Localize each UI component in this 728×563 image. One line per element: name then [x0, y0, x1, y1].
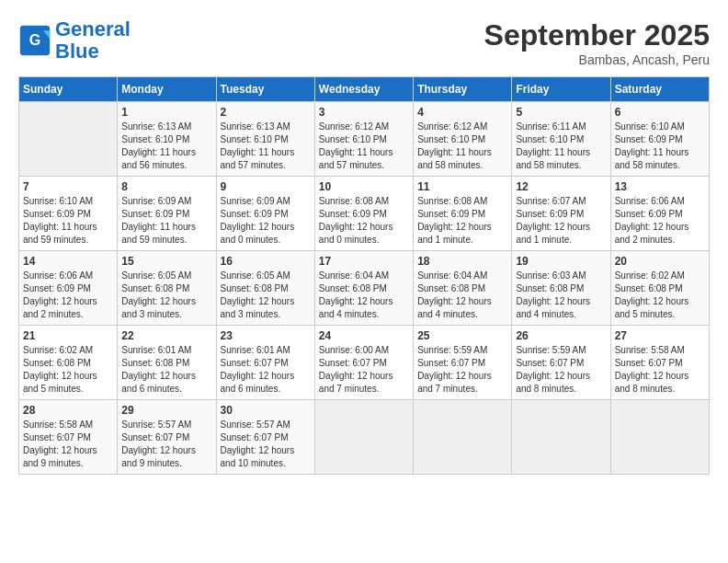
svg-text:G: G: [29, 32, 41, 49]
day-info: Sunrise: 6:06 AMSunset: 6:09 PMDaylight:…: [615, 195, 705, 247]
day-number: 1: [121, 106, 211, 119]
day-info: Sunrise: 6:09 AMSunset: 6:09 PMDaylight:…: [121, 195, 211, 247]
calendar-week-row: 14Sunrise: 6:06 AMSunset: 6:09 PMDayligh…: [19, 251, 710, 326]
calendar-cell: 5Sunrise: 6:11 AMSunset: 6:10 PMDaylight…: [512, 102, 610, 177]
day-info: Sunrise: 5:58 AMSunset: 6:07 PMDaylight:…: [615, 344, 705, 396]
day-number: 24: [319, 329, 409, 342]
day-number: 12: [516, 180, 606, 193]
day-number: 7: [23, 180, 113, 193]
calendar-week-row: 1Sunrise: 6:13 AMSunset: 6:10 PMDaylight…: [19, 102, 710, 177]
calendar-cell: 28Sunrise: 5:58 AMSunset: 6:07 PMDayligh…: [19, 400, 118, 475]
calendar-cell: 13Sunrise: 6:06 AMSunset: 6:09 PMDayligh…: [610, 177, 709, 251]
calendar-cell: 23Sunrise: 6:01 AMSunset: 6:07 PMDayligh…: [216, 326, 314, 400]
day-info: Sunrise: 6:05 AMSunset: 6:08 PMDaylight:…: [121, 270, 211, 321]
day-number: 3: [319, 106, 409, 119]
day-number: 21: [23, 329, 113, 342]
calendar-cell: 27Sunrise: 5:58 AMSunset: 6:07 PMDayligh…: [610, 326, 709, 400]
column-header-monday: Monday: [118, 77, 216, 102]
day-number: 22: [121, 329, 211, 342]
calendar-cell: 20Sunrise: 6:02 AMSunset: 6:08 PMDayligh…: [610, 251, 709, 326]
calendar-week-row: 7Sunrise: 6:10 AMSunset: 6:09 PMDaylight…: [19, 177, 710, 251]
day-info: Sunrise: 5:59 AMSunset: 6:07 PMDaylight:…: [417, 344, 507, 396]
day-number: 25: [417, 329, 507, 342]
calendar-cell: [414, 400, 512, 475]
day-number: 11: [417, 180, 507, 193]
day-number: 20: [615, 255, 705, 268]
column-header-thursday: Thursday: [414, 77, 512, 102]
column-header-tuesday: Tuesday: [216, 77, 314, 102]
column-header-wednesday: Wednesday: [314, 77, 413, 102]
day-info: Sunrise: 6:01 AMSunset: 6:07 PMDaylight:…: [221, 344, 311, 396]
calendar-cell: 24Sunrise: 6:00 AMSunset: 6:07 PMDayligh…: [314, 326, 413, 400]
calendar-cell: 26Sunrise: 5:59 AMSunset: 6:07 PMDayligh…: [512, 326, 610, 400]
calendar-cell: 19Sunrise: 6:03 AMSunset: 6:08 PMDayligh…: [512, 251, 610, 326]
calendar-cell: 2Sunrise: 6:13 AMSunset: 6:10 PMDaylight…: [216, 102, 314, 177]
day-number: 6: [615, 106, 705, 119]
day-info: Sunrise: 6:02 AMSunset: 6:08 PMDaylight:…: [23, 344, 113, 396]
day-info: Sunrise: 6:12 AMSunset: 6:10 PMDaylight:…: [417, 121, 507, 172]
calendar-cell: 14Sunrise: 6:06 AMSunset: 6:09 PMDayligh…: [19, 251, 118, 326]
day-info: Sunrise: 6:04 AMSunset: 6:08 PMDaylight:…: [417, 270, 507, 321]
calendar-week-row: 21Sunrise: 6:02 AMSunset: 6:08 PMDayligh…: [19, 326, 710, 400]
calendar-cell: 3Sunrise: 6:12 AMSunset: 6:10 PMDaylight…: [314, 102, 413, 177]
day-number: 28: [23, 404, 113, 417]
logo-line1: General: [55, 17, 131, 40]
day-number: 10: [319, 180, 409, 193]
column-header-saturday: Saturday: [610, 77, 709, 102]
day-info: Sunrise: 6:00 AMSunset: 6:07 PMDaylight:…: [319, 344, 409, 396]
calendar-cell: 8Sunrise: 6:09 AMSunset: 6:09 PMDaylight…: [118, 177, 216, 251]
logo-text: General Blue: [55, 18, 131, 63]
day-info: Sunrise: 6:01 AMSunset: 6:08 PMDaylight:…: [121, 344, 211, 396]
page-header: G General Blue September 2025 Bambas, An…: [18, 18, 710, 67]
day-number: 13: [615, 180, 705, 193]
calendar-cell: 10Sunrise: 6:08 AMSunset: 6:09 PMDayligh…: [314, 177, 413, 251]
day-number: 29: [121, 404, 211, 417]
calendar-header-row: SundayMondayTuesdayWednesdayThursdayFrid…: [19, 77, 710, 102]
day-number: 27: [615, 329, 705, 342]
logo: G General Blue: [18, 18, 131, 63]
day-number: 26: [516, 329, 606, 342]
day-number: 19: [516, 255, 606, 268]
calendar-cell: 25Sunrise: 5:59 AMSunset: 6:07 PMDayligh…: [414, 326, 512, 400]
calendar-cell: 21Sunrise: 6:02 AMSunset: 6:08 PMDayligh…: [19, 326, 118, 400]
day-info: Sunrise: 6:11 AMSunset: 6:10 PMDaylight:…: [516, 121, 606, 172]
calendar-cell: 12Sunrise: 6:07 AMSunset: 6:09 PMDayligh…: [512, 177, 610, 251]
day-number: 8: [121, 180, 211, 193]
calendar-cell: [19, 102, 118, 177]
day-number: 17: [319, 255, 409, 268]
calendar-cell: 18Sunrise: 6:04 AMSunset: 6:08 PMDayligh…: [414, 251, 512, 326]
day-info: Sunrise: 6:04 AMSunset: 6:08 PMDaylight:…: [319, 270, 409, 321]
calendar-cell: 1Sunrise: 6:13 AMSunset: 6:10 PMDaylight…: [118, 102, 216, 177]
logo-line2: Blue: [55, 40, 99, 63]
day-info: Sunrise: 6:13 AMSunset: 6:10 PMDaylight:…: [121, 121, 211, 172]
column-header-friday: Friday: [512, 77, 610, 102]
calendar-cell: [314, 400, 413, 475]
day-info: Sunrise: 6:03 AMSunset: 6:08 PMDaylight:…: [516, 270, 606, 321]
day-info: Sunrise: 6:12 AMSunset: 6:10 PMDaylight:…: [319, 121, 409, 172]
calendar-cell: 6Sunrise: 6:10 AMSunset: 6:09 PMDaylight…: [610, 102, 709, 177]
day-info: Sunrise: 5:58 AMSunset: 6:07 PMDaylight:…: [23, 419, 113, 470]
calendar-cell: [512, 400, 610, 475]
calendar-cell: 7Sunrise: 6:10 AMSunset: 6:09 PMDaylight…: [19, 177, 118, 251]
day-number: 30: [221, 404, 311, 417]
day-number: 16: [221, 255, 311, 268]
day-info: Sunrise: 5:57 AMSunset: 6:07 PMDaylight:…: [221, 419, 311, 470]
calendar-cell: [610, 400, 709, 475]
calendar-cell: 17Sunrise: 6:04 AMSunset: 6:08 PMDayligh…: [314, 251, 413, 326]
location-subtitle: Bambas, Ancash, Peru: [484, 52, 710, 67]
calendar-cell: 16Sunrise: 6:05 AMSunset: 6:08 PMDayligh…: [216, 251, 314, 326]
logo-icon: G: [18, 24, 51, 57]
day-info: Sunrise: 6:05 AMSunset: 6:08 PMDaylight:…: [221, 270, 311, 321]
day-number: 5: [516, 106, 606, 119]
day-info: Sunrise: 5:57 AMSunset: 6:07 PMDaylight:…: [121, 419, 211, 470]
day-info: Sunrise: 6:10 AMSunset: 6:09 PMDaylight:…: [615, 121, 705, 172]
calendar-cell: 4Sunrise: 6:12 AMSunset: 6:10 PMDaylight…: [414, 102, 512, 177]
day-info: Sunrise: 6:08 AMSunset: 6:09 PMDaylight:…: [319, 195, 409, 247]
calendar-cell: 15Sunrise: 6:05 AMSunset: 6:08 PMDayligh…: [118, 251, 216, 326]
day-number: 9: [221, 180, 311, 193]
day-info: Sunrise: 6:09 AMSunset: 6:09 PMDaylight:…: [221, 195, 311, 247]
day-number: 14: [23, 255, 113, 268]
day-info: Sunrise: 6:10 AMSunset: 6:09 PMDaylight:…: [23, 195, 113, 247]
day-number: 4: [417, 106, 507, 119]
calendar-week-row: 28Sunrise: 5:58 AMSunset: 6:07 PMDayligh…: [19, 400, 710, 475]
